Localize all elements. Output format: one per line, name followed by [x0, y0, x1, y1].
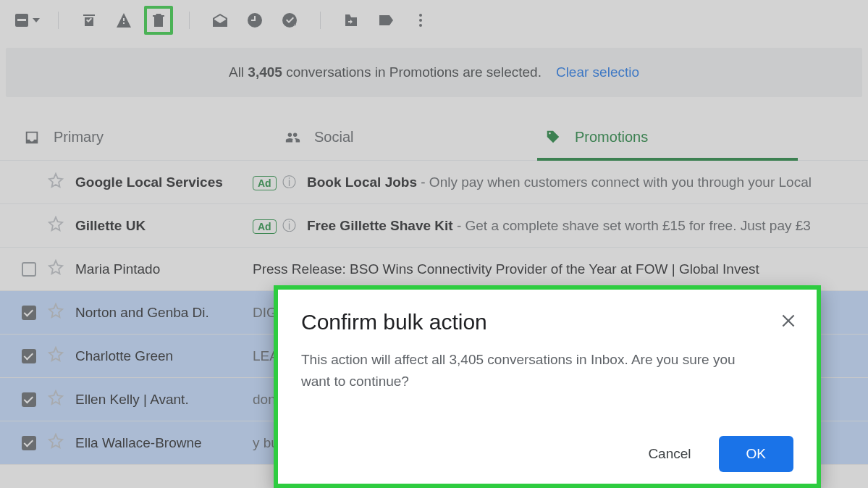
info-icon[interactable]: ⓘ [282, 174, 296, 190]
row-checkbox[interactable] [22, 436, 36, 450]
toolbar [0, 0, 868, 41]
modal-actions: Cancel OK [639, 436, 793, 472]
mail-open-icon [211, 12, 229, 29]
cancel-button[interactable]: Cancel [639, 439, 699, 469]
minus-icon [15, 14, 28, 27]
subject: Press Release: BSO Wins Connectivity Pro… [253, 261, 759, 277]
trash-icon [150, 12, 167, 29]
modal-body: This action will affect all 3,405 conver… [301, 349, 764, 393]
row-checkbox[interactable] [22, 349, 36, 363]
modal-close-button[interactable] [779, 311, 798, 333]
tab-promotions[interactable]: Promotions [537, 122, 798, 160]
sender: Ellen Kelly | Avant. [75, 392, 253, 408]
people-icon [284, 130, 301, 146]
select-all-dropdown[interactable] [13, 6, 42, 35]
archive-icon [80, 12, 98, 29]
sender: Google Local Services [75, 174, 253, 190]
clear-selection-link[interactable]: Clear selectio [556, 64, 639, 80]
sender: Charlotte Green [75, 348, 253, 364]
add-task-button[interactable] [275, 6, 304, 35]
row-checkbox[interactable] [22, 306, 36, 320]
clock-icon [246, 12, 264, 29]
spam-icon [115, 12, 132, 29]
banner-text: All 3,405 conversations in Promotions ar… [229, 64, 542, 80]
more-vert-icon [412, 12, 429, 29]
star-icon[interactable] [48, 433, 64, 453]
labels-button[interactable] [371, 6, 400, 35]
star-icon[interactable] [48, 216, 64, 235]
selection-banner: All 3,405 conversations in Promotions ar… [6, 48, 862, 97]
report-spam-button[interactable] [109, 6, 138, 35]
row-checkbox[interactable] [22, 262, 36, 277]
sender: Gillette UK [75, 218, 253, 234]
row-checkbox[interactable] [22, 392, 36, 407]
tab-label: Promotions [575, 129, 648, 146]
caret-down-icon [33, 18, 40, 22]
ok-button[interactable]: OK [719, 436, 793, 472]
more-button[interactable] [406, 6, 435, 35]
sender: Maria Pintado [75, 261, 253, 277]
email-row[interactable]: Google Local ServicesAdⓘ Book Local Jobs… [0, 161, 868, 204]
archive-button[interactable] [75, 6, 104, 35]
ad-badge: Ad [253, 219, 277, 234]
snippet: - Get a complete shave set worth £15 for… [453, 218, 811, 233]
folder-move-icon [342, 12, 360, 29]
star-icon[interactable] [48, 303, 64, 322]
label-icon [377, 12, 395, 29]
divider [320, 12, 321, 29]
inbox-icon [23, 130, 41, 146]
svg-point-1 [419, 19, 422, 22]
info-icon[interactable]: ⓘ [282, 218, 296, 233]
divider [189, 12, 190, 29]
tab-label: Primary [54, 129, 104, 146]
star-icon[interactable] [48, 172, 64, 192]
tab-social[interactable]: Social [277, 122, 537, 160]
email-row[interactable]: Gillette UKAdⓘ Free Gillette Shave Kit -… [0, 204, 868, 248]
star-icon[interactable] [48, 346, 64, 366]
star-icon[interactable] [48, 390, 64, 409]
close-icon [779, 311, 798, 330]
sender: Norton and Genba Di. [75, 305, 253, 321]
tag-icon [544, 130, 562, 146]
category-tabs: Primary Social Promotions [0, 122, 868, 161]
email-row[interactable]: Maria PintadoPress Release: BSO Wins Con… [0, 248, 868, 291]
mark-unread-button[interactable] [206, 6, 235, 35]
subject: Book Local Jobs [307, 174, 417, 190]
tab-primary[interactable]: Primary [16, 122, 277, 160]
confirm-bulk-modal: Confirm bulk action This action will aff… [274, 285, 821, 488]
divider [58, 12, 59, 29]
subject: Free Gillette Shave Kit [307, 218, 453, 233]
snippet: - Only pay when customers connect with y… [417, 174, 812, 190]
ad-badge: Ad [253, 176, 277, 190]
move-to-button[interactable] [337, 6, 366, 35]
sender: Ella Wallace-Browne [75, 435, 253, 451]
tab-label: Social [314, 129, 353, 146]
task-add-icon [281, 12, 298, 29]
svg-point-2 [419, 24, 422, 27]
delete-button[interactable] [144, 6, 173, 35]
svg-point-0 [419, 14, 422, 17]
star-icon[interactable] [48, 259, 64, 279]
modal-title: Confirm bulk action [301, 310, 793, 335]
snooze-button[interactable] [240, 6, 269, 35]
